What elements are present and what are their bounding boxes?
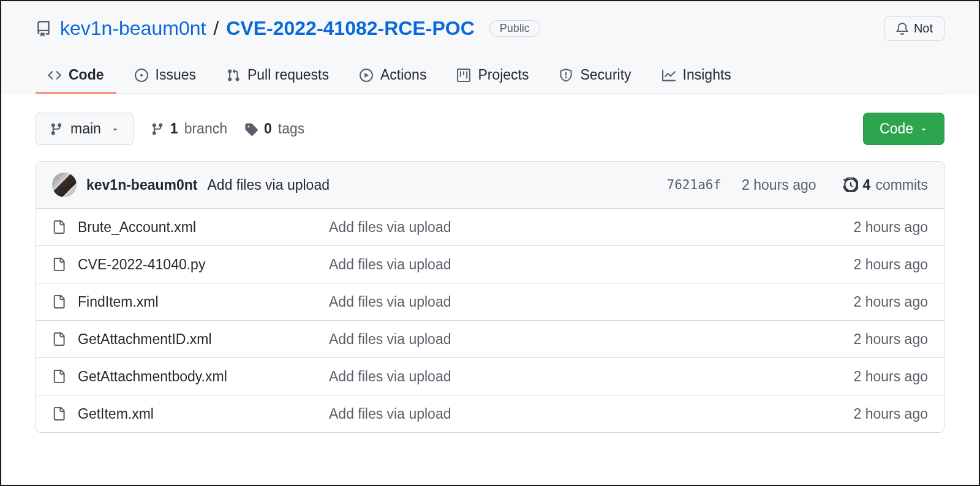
file-toolbar: main 1 branch 0 tags Code: [36, 113, 944, 145]
commits-history-link[interactable]: 4 commits: [843, 177, 928, 193]
file-icon: [52, 219, 66, 236]
repo-icon: [36, 21, 51, 37]
git-branch-icon: [50, 122, 63, 136]
file-icon: [52, 331, 66, 348]
file-commit-message-link[interactable]: Add files via upload: [329, 294, 842, 310]
caret-down-icon: [111, 125, 119, 133]
branches-link[interactable]: 1 branch: [151, 121, 227, 137]
tab-code[interactable]: Code: [36, 58, 116, 94]
branch-name: main: [70, 121, 101, 137]
tab-icon: [559, 69, 573, 82]
tab-icon: [360, 69, 373, 82]
tab-label: Issues: [156, 67, 196, 83]
file-time: 2 hours ago: [854, 406, 928, 422]
branch-select-button[interactable]: main: [36, 113, 134, 145]
commits-label: commits: [875, 177, 928, 193]
tab-security[interactable]: Security: [547, 58, 643, 94]
header-actions: Not: [884, 16, 944, 41]
file-row: CVE-2022-41040.pyAdd files via upload2 h…: [36, 246, 944, 283]
commits-count: 4: [863, 177, 871, 193]
notifications-label: Not: [914, 21, 933, 36]
file-time: 2 hours ago: [854, 331, 928, 348]
file-name-link[interactable]: GetAttachmentID.xml: [78, 331, 317, 348]
file-row: GetAttachmentID.xmlAdd files via upload2…: [36, 321, 944, 358]
tags-link[interactable]: 0 tags: [244, 121, 304, 137]
repo-title-row: kev1n-beaum0nt / CVE-2022-41082-RCE-POC …: [36, 16, 944, 41]
file-name-link[interactable]: CVE-2022-41040.py: [78, 256, 317, 273]
tab-label: Projects: [478, 67, 529, 83]
tab-issues[interactable]: Issues: [123, 58, 208, 94]
tab-icon: [227, 69, 240, 82]
file-commit-message-link[interactable]: Add files via upload: [329, 256, 842, 273]
code-label: Code: [880, 121, 913, 137]
file-row: FindItem.xmlAdd files via upload2 hours …: [36, 283, 944, 321]
tab-label: Code: [69, 67, 104, 83]
commit-sha-link[interactable]: 7621a6f: [667, 178, 722, 192]
file-row: GetItem.xmlAdd files via upload2 hours a…: [36, 395, 944, 432]
latest-commit-row: kev1n-beaum0nt Add files via upload 7621…: [36, 162, 944, 209]
branch-count-label: branch: [184, 121, 227, 137]
tab-icon: [135, 69, 148, 82]
tab-label: Actions: [380, 67, 426, 83]
file-time: 2 hours ago: [854, 294, 928, 310]
commit-time: 2 hours ago: [742, 177, 816, 193]
visibility-badge: Public: [489, 20, 540, 37]
file-commit-message-link[interactable]: Add files via upload: [329, 331, 842, 348]
tab-insights[interactable]: Insights: [650, 58, 744, 94]
file-commit-message-link[interactable]: Add files via upload: [329, 406, 842, 422]
tab-icon: [662, 69, 676, 82]
tag-count: 0: [264, 121, 272, 137]
file-icon: [52, 256, 66, 273]
file-row: GetAttachmentbody.xmlAdd files via uploa…: [36, 358, 944, 395]
git-branch-icon: [151, 122, 164, 136]
owner-link[interactable]: kev1n-beaum0nt: [60, 17, 206, 40]
file-name-link[interactable]: Brute_Account.xml: [78, 219, 317, 236]
tab-actions[interactable]: Actions: [347, 58, 439, 94]
tag-icon: [244, 122, 258, 136]
repo-header: kev1n-beaum0nt / CVE-2022-41082-RCE-POC …: [1, 1, 979, 94]
branch-count: 1: [170, 121, 178, 137]
file-time: 2 hours ago: [854, 368, 928, 385]
main-content: main 1 branch 0 tags Code: [1, 94, 979, 451]
file-name-link[interactable]: GetAttachmentbody.xml: [78, 368, 317, 385]
tag-count-label: tags: [278, 121, 304, 137]
repo-tabs: CodeIssuesPull requestsActionsProjectsSe…: [36, 58, 944, 94]
tab-label: Insights: [683, 67, 731, 83]
file-name-link[interactable]: GetItem.xml: [78, 406, 317, 422]
file-time: 2 hours ago: [854, 256, 928, 273]
title-separator: /: [213, 17, 219, 40]
code-download-button[interactable]: Code: [863, 113, 944, 145]
tab-label: Security: [580, 67, 631, 83]
repo-name-link[interactable]: CVE-2022-41082-RCE-POC: [226, 17, 475, 40]
file-name-link[interactable]: FindItem.xml: [78, 294, 317, 310]
file-commit-message-link[interactable]: Add files via upload: [329, 368, 842, 385]
caret-down-icon: [919, 125, 928, 133]
file-icon: [52, 368, 66, 385]
file-row: Brute_Account.xmlAdd files via upload2 h…: [36, 209, 944, 246]
commit-author-link[interactable]: kev1n-beaum0nt: [86, 177, 198, 193]
bell-icon: [895, 22, 909, 36]
file-icon: [52, 405, 66, 422]
tab-projects[interactable]: Projects: [445, 58, 541, 94]
tab-icon: [48, 69, 61, 82]
tab-label: Pull requests: [247, 67, 329, 83]
tab-icon: [457, 69, 470, 82]
commit-message-link[interactable]: Add files via upload: [208, 177, 330, 193]
notifications-button[interactable]: Not: [884, 16, 944, 41]
repo-title: kev1n-beaum0nt / CVE-2022-41082-RCE-POC: [60, 17, 475, 40]
file-commit-message-link[interactable]: Add files via upload: [329, 219, 842, 236]
tab-pull-requests[interactable]: Pull requests: [214, 58, 341, 94]
file-listing: kev1n-beaum0nt Add files via upload 7621…: [36, 161, 944, 433]
file-icon: [52, 293, 66, 310]
file-time: 2 hours ago: [854, 219, 928, 236]
history-icon: [843, 178, 858, 192]
avatar[interactable]: [52, 173, 77, 197]
